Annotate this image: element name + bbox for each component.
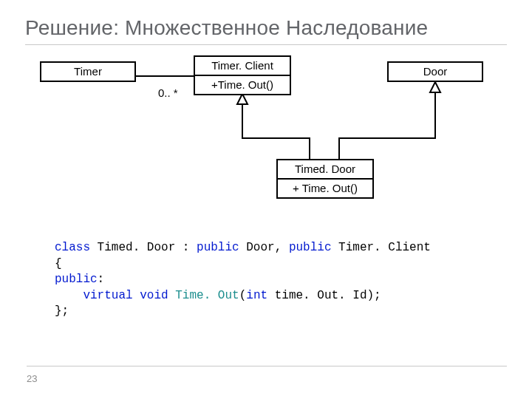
code-text: Timer. Client: [331, 241, 430, 254]
code-text: time. Out. Id);: [267, 289, 381, 302]
uml-operation: +Time. Out(): [195, 75, 290, 94]
uml-operation: + Time. Out(): [278, 178, 372, 197]
page-number: 23: [27, 373, 37, 384]
code-text: (: [239, 289, 247, 302]
code-keyword: public: [289, 241, 332, 254]
code-text: :: [98, 273, 105, 286]
code-keyword: public: [197, 241, 239, 254]
code-keyword: class: [55, 241, 90, 254]
code-text: {: [55, 257, 62, 270]
uml-class-timed-door: Timed. Door + Time. Out(): [276, 159, 374, 199]
svg-marker-2: [430, 82, 440, 92]
code-text: [168, 289, 176, 302]
slide-title: Решение: Множественное Наследование: [25, 16, 507, 40]
code-keyword: int: [246, 289, 267, 302]
code-indent: [55, 289, 83, 302]
uml-class-name: Timer. Client: [195, 57, 290, 75]
code-keyword: public: [55, 273, 98, 286]
uml-class-name: Door: [389, 63, 482, 81]
code-fn: Time. Out: [175, 289, 239, 302]
code-text: };: [55, 304, 69, 318]
association-multiplicity: 0.. *: [158, 86, 178, 99]
code-keyword: void: [140, 289, 168, 302]
code-text: [133, 289, 140, 302]
slide: Решение: Множественное Наследование Time…: [0, 0, 532, 399]
uml-class-timer: Timer: [40, 61, 136, 82]
uml-class-name: Timer: [41, 63, 134, 81]
divider-top: [25, 44, 507, 45]
code-text: Timed. Door :: [90, 241, 197, 254]
uml-diagram: Timer Timer. Client +Time. Out() Door Ti…: [25, 55, 498, 218]
code-block: class Timed. Door : public Door, public …: [55, 240, 507, 320]
divider-bottom: [27, 366, 507, 366]
code-text: Door,: [239, 241, 289, 254]
uml-class-door: Door: [387, 61, 483, 82]
svg-marker-1: [237, 94, 248, 104]
uml-class-timer-client: Timer. Client +Time. Out(): [194, 55, 291, 95]
uml-class-name: Timed. Door: [278, 160, 372, 178]
code-keyword: virtual: [83, 289, 132, 302]
